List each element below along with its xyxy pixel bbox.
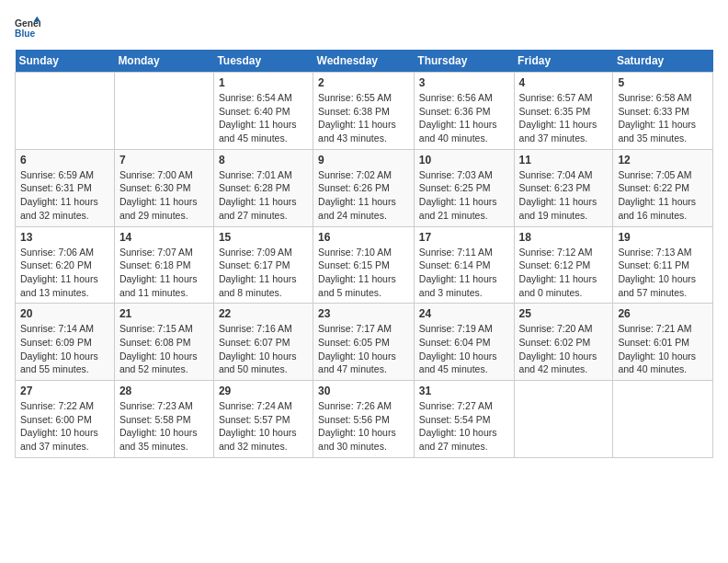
day-number: 23 <box>318 307 409 320</box>
calendar-cell: 25Sunrise: 7:20 AM Sunset: 6:02 PM Dayli… <box>514 304 613 381</box>
calendar-cell: 12Sunrise: 7:05 AM Sunset: 6:22 PM Dayli… <box>613 149 713 226</box>
calendar-cell <box>16 73 115 150</box>
day-info: Sunrise: 7:27 AM Sunset: 5:54 PM Dayligh… <box>419 399 509 454</box>
day-number: 27 <box>20 385 109 397</box>
calendar-cell: 22Sunrise: 7:16 AM Sunset: 6:07 PM Dayli… <box>213 304 313 381</box>
logo-icon: General Blue <box>15 15 40 40</box>
calendar-cell: 24Sunrise: 7:19 AM Sunset: 6:04 PM Dayli… <box>414 304 514 381</box>
day-info: Sunrise: 7:19 AM Sunset: 6:04 PM Dayligh… <box>419 322 509 376</box>
calendar-week-row: 6Sunrise: 6:59 AM Sunset: 6:31 PM Daylig… <box>16 149 713 226</box>
weekday-header-row: SundayMondayTuesdayWednesdayThursdayFrid… <box>16 50 713 73</box>
day-number: 12 <box>618 154 708 167</box>
day-number: 13 <box>20 231 109 244</box>
calendar-cell: 13Sunrise: 7:06 AM Sunset: 6:20 PM Dayli… <box>16 226 115 304</box>
day-info: Sunrise: 7:20 AM Sunset: 6:02 PM Dayligh… <box>519 322 609 376</box>
calendar-cell <box>613 381 713 458</box>
day-number: 2 <box>318 76 409 89</box>
calendar-cell: 8Sunrise: 7:01 AM Sunset: 6:28 PM Daylig… <box>213 149 313 226</box>
calendar-week-row: 27Sunrise: 7:22 AM Sunset: 6:00 PM Dayli… <box>16 381 713 458</box>
day-info: Sunrise: 7:15 AM Sunset: 6:08 PM Dayligh… <box>119 322 209 376</box>
calendar-cell: 28Sunrise: 7:23 AM Sunset: 5:58 PM Dayli… <box>114 381 213 458</box>
calendar-cell: 2Sunrise: 6:55 AM Sunset: 6:38 PM Daylig… <box>313 73 415 150</box>
day-info: Sunrise: 7:21 AM Sunset: 6:01 PM Dayligh… <box>618 322 708 376</box>
day-number: 19 <box>618 231 708 244</box>
weekday-header: Wednesday <box>313 50 415 73</box>
day-number: 30 <box>318 385 409 397</box>
day-info: Sunrise: 7:23 AM Sunset: 5:58 PM Dayligh… <box>119 399 209 454</box>
day-info: Sunrise: 7:13 AM Sunset: 6:11 PM Dayligh… <box>618 246 708 300</box>
weekday-header: Monday <box>114 50 213 73</box>
day-number: 11 <box>519 154 609 167</box>
day-number: 29 <box>219 385 308 397</box>
day-info: Sunrise: 7:10 AM Sunset: 6:15 PM Dayligh… <box>318 246 409 300</box>
day-info: Sunrise: 7:16 AM Sunset: 6:07 PM Dayligh… <box>219 322 308 376</box>
day-info: Sunrise: 7:22 AM Sunset: 6:00 PM Dayligh… <box>20 399 109 454</box>
day-info: Sunrise: 7:12 AM Sunset: 6:12 PM Dayligh… <box>519 246 609 300</box>
day-number: 4 <box>519 76 609 89</box>
day-info: Sunrise: 7:05 AM Sunset: 6:22 PM Dayligh… <box>618 168 708 223</box>
calendar-cell: 20Sunrise: 7:14 AM Sunset: 6:09 PM Dayli… <box>16 304 115 381</box>
calendar-week-row: 20Sunrise: 7:14 AM Sunset: 6:09 PM Dayli… <box>16 304 713 381</box>
day-info: Sunrise: 7:03 AM Sunset: 6:25 PM Dayligh… <box>419 168 509 223</box>
day-info: Sunrise: 7:17 AM Sunset: 6:05 PM Dayligh… <box>318 322 409 376</box>
day-info: Sunrise: 7:01 AM Sunset: 6:28 PM Dayligh… <box>219 168 308 223</box>
calendar-cell: 9Sunrise: 7:02 AM Sunset: 6:26 PM Daylig… <box>313 149 415 226</box>
calendar-cell: 14Sunrise: 7:07 AM Sunset: 6:18 PM Dayli… <box>114 226 213 304</box>
day-number: 31 <box>419 385 509 397</box>
day-info: Sunrise: 6:59 AM Sunset: 6:31 PM Dayligh… <box>20 168 109 223</box>
day-info: Sunrise: 6:56 AM Sunset: 6:36 PM Dayligh… <box>419 91 509 145</box>
day-number: 1 <box>219 76 308 89</box>
calendar-cell: 11Sunrise: 7:04 AM Sunset: 6:23 PM Dayli… <box>514 149 613 226</box>
calendar-cell: 30Sunrise: 7:26 AM Sunset: 5:56 PM Dayli… <box>313 381 415 458</box>
day-info: Sunrise: 7:14 AM Sunset: 6:09 PM Dayligh… <box>20 322 109 376</box>
day-number: 21 <box>119 307 209 320</box>
day-number: 15 <box>219 231 308 244</box>
day-number: 14 <box>119 231 209 244</box>
day-number: 18 <box>519 231 609 244</box>
day-info: Sunrise: 6:55 AM Sunset: 6:38 PM Dayligh… <box>318 91 409 145</box>
svg-text:Blue: Blue <box>15 29 36 39</box>
day-number: 25 <box>519 307 609 320</box>
day-number: 16 <box>318 231 409 244</box>
calendar-cell <box>114 73 213 150</box>
weekday-header: Sunday <box>16 50 115 73</box>
calendar-cell: 6Sunrise: 6:59 AM Sunset: 6:31 PM Daylig… <box>16 149 115 226</box>
weekday-header: Tuesday <box>213 50 313 73</box>
calendar-cell: 17Sunrise: 7:11 AM Sunset: 6:14 PM Dayli… <box>414 226 514 304</box>
day-info: Sunrise: 7:02 AM Sunset: 6:26 PM Dayligh… <box>318 168 409 223</box>
day-number: 28 <box>119 385 209 397</box>
day-info: Sunrise: 7:06 AM Sunset: 6:20 PM Dayligh… <box>20 246 109 300</box>
calendar-cell: 1Sunrise: 6:54 AM Sunset: 6:40 PM Daylig… <box>213 73 313 150</box>
calendar-cell: 4Sunrise: 6:57 AM Sunset: 6:35 PM Daylig… <box>514 73 613 150</box>
day-info: Sunrise: 6:57 AM Sunset: 6:35 PM Dayligh… <box>519 91 609 145</box>
calendar-cell: 3Sunrise: 6:56 AM Sunset: 6:36 PM Daylig… <box>414 73 514 150</box>
day-info: Sunrise: 7:00 AM Sunset: 6:30 PM Dayligh… <box>119 168 209 223</box>
calendar-cell <box>514 381 613 458</box>
day-number: 6 <box>20 154 109 167</box>
day-number: 7 <box>119 154 209 167</box>
day-number: 22 <box>219 307 308 320</box>
calendar-cell: 27Sunrise: 7:22 AM Sunset: 6:00 PM Dayli… <box>16 381 115 458</box>
calendar-cell: 23Sunrise: 7:17 AM Sunset: 6:05 PM Dayli… <box>313 304 415 381</box>
day-info: Sunrise: 7:11 AM Sunset: 6:14 PM Dayligh… <box>419 246 509 300</box>
day-info: Sunrise: 7:09 AM Sunset: 6:17 PM Dayligh… <box>219 246 308 300</box>
weekday-header: Saturday <box>613 50 713 73</box>
day-info: Sunrise: 7:04 AM Sunset: 6:23 PM Dayligh… <box>519 168 609 223</box>
weekday-header: Thursday <box>414 50 514 73</box>
calendar-cell: 15Sunrise: 7:09 AM Sunset: 6:17 PM Dayli… <box>213 226 313 304</box>
calendar-cell: 10Sunrise: 7:03 AM Sunset: 6:25 PM Dayli… <box>414 149 514 226</box>
day-number: 10 <box>419 154 509 167</box>
day-number: 26 <box>618 307 708 320</box>
calendar-week-row: 1Sunrise: 6:54 AM Sunset: 6:40 PM Daylig… <box>16 73 713 150</box>
day-info: Sunrise: 6:54 AM Sunset: 6:40 PM Dayligh… <box>219 91 308 145</box>
weekday-header: Friday <box>514 50 613 73</box>
calendar-cell: 5Sunrise: 6:58 AM Sunset: 6:33 PM Daylig… <box>613 73 713 150</box>
calendar-cell: 26Sunrise: 7:21 AM Sunset: 6:01 PM Dayli… <box>613 304 713 381</box>
day-info: Sunrise: 7:26 AM Sunset: 5:56 PM Dayligh… <box>318 399 409 454</box>
logo: General Blue <box>15 15 44 40</box>
day-number: 5 <box>618 76 708 89</box>
day-number: 20 <box>20 307 109 320</box>
day-number: 3 <box>419 76 509 89</box>
calendar-cell: 18Sunrise: 7:12 AM Sunset: 6:12 PM Dayli… <box>514 226 613 304</box>
calendar-cell: 19Sunrise: 7:13 AM Sunset: 6:11 PM Dayli… <box>613 226 713 304</box>
